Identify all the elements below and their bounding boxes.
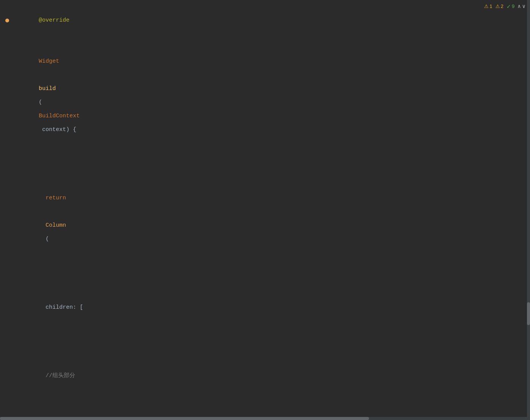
token-buildcontext: BuildContext xyxy=(39,113,80,119)
line-2: Widget build ( BuildContext context) { xyxy=(0,41,530,150)
line-content-4: return Column ( xyxy=(11,164,530,273)
line-1: @override xyxy=(0,0,530,41)
token-context: context) { xyxy=(39,126,76,133)
warning2-count: 2 xyxy=(501,3,503,9)
token-space xyxy=(39,72,42,78)
token-override: @override xyxy=(39,17,69,24)
nav-down-arrow[interactable]: ∨ xyxy=(522,3,525,9)
line-6: //组头部分 xyxy=(0,342,530,410)
line-5: children: [ xyxy=(0,273,530,342)
warning2-icon: ⚠ xyxy=(495,3,500,9)
check-count: 9 xyxy=(512,3,514,9)
token-widget: Widget xyxy=(39,58,59,65)
top-bar: ⚠ 1 ⚠ 2 ✓ 9 ∧ ∨ xyxy=(480,0,530,13)
token-build: build xyxy=(39,85,56,92)
nav-up-arrow[interactable]: ∧ xyxy=(517,3,521,9)
token-return: return xyxy=(46,195,66,201)
scrollbar-vertical-thumb[interactable] xyxy=(527,302,530,325)
token-children: children: [ xyxy=(46,304,83,311)
token-comment1: //组头部分 xyxy=(46,373,75,379)
line-content-2: Widget build ( BuildContext context) { xyxy=(11,41,530,150)
line-content-1: @override xyxy=(11,0,530,41)
check-badge[interactable]: ✓ 9 xyxy=(506,3,514,9)
code-area: @override Widget build ( BuildContext co… xyxy=(0,0,530,420)
token-paren-open: ( xyxy=(39,99,42,106)
warning2-badge[interactable]: ⚠ 2 xyxy=(495,3,503,9)
gutter-1 xyxy=(0,19,11,22)
token-col-paren: ( xyxy=(46,236,49,242)
scrollbar-horizontal[interactable] xyxy=(0,417,527,420)
line-content-3 xyxy=(11,150,530,164)
gutter-dot-1 xyxy=(5,19,9,22)
warning1-count: 1 xyxy=(489,3,492,9)
editor-container: ⚠ 1 ⚠ 2 ✓ 9 ∧ ∨ @override xyxy=(0,0,530,420)
scrollbar-horizontal-thumb[interactable] xyxy=(0,417,369,420)
warning1-icon: ⚠ xyxy=(484,3,489,9)
token-column: Column xyxy=(46,222,66,229)
line-4: return Column ( xyxy=(0,164,530,273)
line-3 xyxy=(0,150,530,164)
warning1-badge[interactable]: ⚠ 1 xyxy=(484,3,492,9)
check-icon: ✓ xyxy=(506,3,511,9)
line-content-6: //组头部分 xyxy=(11,342,530,410)
line-content-5: children: [ xyxy=(11,273,530,342)
nav-arrows: ∧ ∨ xyxy=(517,3,525,9)
scrollbar-vertical[interactable] xyxy=(527,0,530,420)
